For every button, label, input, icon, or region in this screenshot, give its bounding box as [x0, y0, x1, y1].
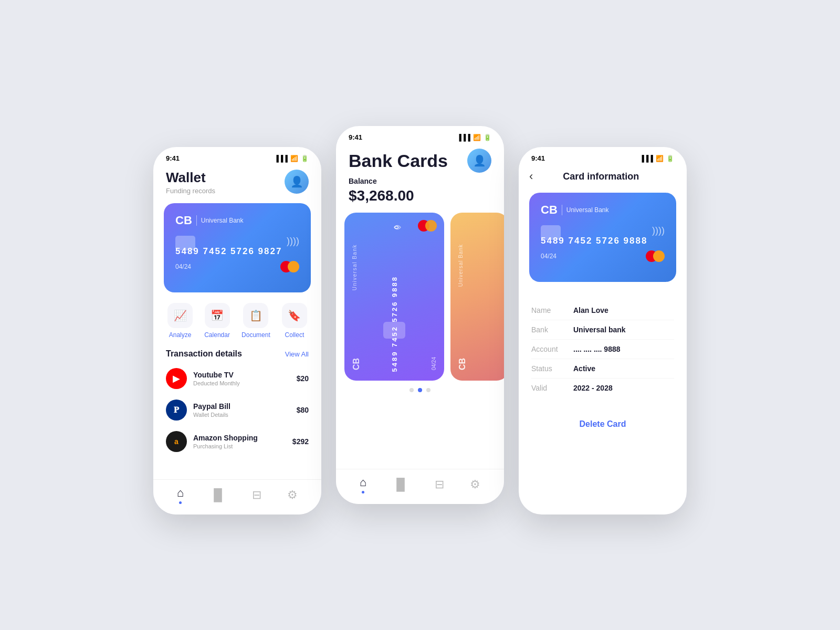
valid-label: Valid	[531, 384, 573, 392]
card-tall-expiry: 04/24	[431, 357, 437, 370]
status-icons-2: ▐▐▐ 📶 🔋	[457, 134, 491, 141]
wallet-icon-2: ⊟	[435, 478, 444, 491]
nav-settings-2[interactable]: ⚙	[470, 478, 480, 491]
view-all-btn[interactable]: View All	[285, 350, 309, 358]
tx-pp-desc: Wallet Details	[193, 412, 290, 418]
card-cb-3: CB	[541, 203, 558, 217]
status-bar-3: 9:41 ▐▐▐ 📶 🔋	[519, 147, 687, 165]
back-button[interactable]: ‹	[529, 170, 533, 183]
nav-home-2[interactable]: ⌂	[360, 476, 366, 494]
card-tall-cb: CB	[352, 358, 361, 370]
settings-icon-2: ⚙	[470, 478, 480, 491]
tx-amz-desc: Purchasing List	[193, 443, 286, 449]
wifi-icon-1: 📶	[290, 155, 298, 162]
card-bottom-3: 04/24	[541, 250, 665, 262]
tx-title: Transaction details	[166, 349, 242, 359]
nav-chart-1[interactable]: ▐▌	[209, 488, 226, 502]
balance-section: Balance $3,268.00	[336, 177, 504, 213]
tx-pp-info: Paypal Bill Wallet Details	[193, 402, 290, 418]
tx-amz-amount: $292	[292, 437, 309, 446]
home-icon-1: ⌂	[177, 486, 184, 500]
tx-paypal: 𝐏 Paypal Bill Wallet Details $80	[153, 394, 321, 426]
wallet-header: Wallet Funding records 👤	[153, 165, 321, 203]
tx-amazon: a Amazon Shopping Purchasing List $292	[153, 426, 321, 457]
nav-chart-2[interactable]: ▐▌	[392, 478, 408, 491]
status-label: Status	[531, 364, 573, 373]
qa-analyze[interactable]: 📈 Analyze	[167, 303, 193, 339]
card-tall-nfc	[387, 222, 402, 236]
card-nfc-1: ))))	[287, 236, 299, 247]
card-tall-mc	[418, 220, 437, 232]
time-2: 9:41	[349, 133, 362, 141]
wallet-title: Wallet	[166, 170, 215, 186]
nav-active-dot-1	[179, 501, 182, 504]
wifi-icon-2: 📶	[473, 134, 481, 141]
document-icon: 📋	[243, 303, 268, 328]
signal-icon-3: ▐▐▐	[639, 155, 653, 162]
nav-wallet-1[interactable]: ⊟	[252, 488, 261, 502]
card-peach-cb: CB	[458, 358, 467, 370]
pp-icon: 𝐏	[166, 400, 187, 421]
nav-home-1[interactable]: ⌂	[177, 486, 184, 504]
tx-yt-desc: Deducted Monthly	[193, 380, 290, 386]
battery-icon-3: 🔋	[666, 155, 674, 162]
info-row-status: Status Active	[531, 359, 674, 379]
home-icon-2: ⌂	[360, 476, 366, 489]
phone-bankcards: 9:41 ▐▐▐ 📶 🔋 Bank Cards 👤 Balance $3,268…	[336, 126, 504, 504]
card-blue-tall[interactable]: 5489 7452 5726 9888 CB 04/24 Universal B…	[344, 213, 444, 381]
account-value: .... .... .... 9888	[573, 345, 621, 353]
card-peach-tall[interactable]: CB Universal Bank	[450, 213, 504, 381]
avatar-1[interactable]: 👤	[285, 170, 309, 194]
time-3: 9:41	[531, 154, 545, 162]
bank-label: Bank	[531, 326, 573, 334]
calendar-icon: 📅	[205, 303, 230, 328]
bottom-nav-1: ⌂ ▐▌ ⊟ ⚙	[153, 479, 321, 514]
carousel-dots	[336, 381, 504, 396]
nav-wallet-2[interactable]: ⊟	[435, 478, 444, 491]
phone-cardinfo: 9:41 ▐▐▐ 📶 🔋 ‹ Card information CB Unive…	[519, 147, 687, 514]
tx-header: Transaction details View All	[153, 343, 321, 363]
balance-label: Balance	[349, 177, 491, 185]
mc-orange-3	[653, 250, 665, 262]
card-bank-name-3: Universal Bank	[566, 206, 609, 214]
mastercard-logo-1	[280, 261, 299, 272]
avatar-2[interactable]: 👤	[467, 149, 491, 173]
dot-1[interactable]	[410, 388, 414, 392]
settings-icon-1: ⚙	[287, 488, 298, 502]
card-expiry-1: 04/24	[175, 263, 191, 270]
tx-yt-info: Youtube TV Deducted Monthly	[193, 371, 290, 386]
card-divider-1	[196, 215, 197, 226]
card-info-title: Card information	[541, 171, 660, 182]
qa-calendar-label: Calendar	[204, 331, 230, 339]
mc-orange-1	[288, 261, 299, 272]
status-bar-1: 9:41 ▐▐▐ 📶 🔋	[153, 147, 321, 165]
dot-2[interactable]	[418, 388, 422, 392]
card-expiry-3: 04/24	[541, 253, 556, 260]
valid-value: 2022 - 2028	[573, 384, 613, 392]
bankcards-header: Bank Cards 👤	[336, 144, 504, 177]
card-chip-1	[175, 236, 195, 250]
amz-icon: a	[166, 431, 187, 452]
tx-pp-name: Paypal Bill	[193, 402, 290, 411]
qa-calendar[interactable]: 📅 Calendar	[204, 303, 230, 339]
qa-document[interactable]: 📋 Document	[242, 303, 270, 339]
bankcards-title: Bank Cards	[349, 151, 448, 171]
qa-document-label: Document	[242, 331, 270, 339]
card-logo-row: CB Universal Bank	[175, 214, 299, 227]
card-info-table: Name Alan Love Bank Universal bank Accou…	[519, 292, 687, 406]
status-bar-2: 9:41 ▐▐▐ 📶 🔋	[336, 126, 504, 144]
card-bank-name-1: Universal Bank	[201, 217, 244, 224]
card-carousel[interactable]: 5489 7452 5726 9888 CB 04/24 Universal B…	[336, 213, 504, 381]
status-icons-3: ▐▐▐ 📶 🔋	[639, 155, 674, 162]
card-info-nav: ‹ Card information	[519, 165, 687, 187]
quick-actions: 📈 Analyze 📅 Calendar 📋 Document 🔖 Collec…	[153, 292, 321, 343]
delete-card-button[interactable]: Delete Card	[519, 411, 687, 437]
card-info-card: CB Universal Bank )))) 5489 7452 5726 98…	[529, 193, 676, 282]
battery-icon-2: 🔋	[484, 134, 491, 141]
qa-collect[interactable]: 🔖 Collect	[282, 303, 307, 339]
dot-3[interactable]	[426, 388, 430, 392]
status-value: Active	[573, 364, 595, 373]
wallet-card[interactable]: CB Universal Bank )))) 5489 7452 5726 98…	[164, 203, 311, 292]
wallet-icon-1: ⊟	[252, 488, 261, 502]
nav-settings-1[interactable]: ⚙	[287, 488, 298, 502]
